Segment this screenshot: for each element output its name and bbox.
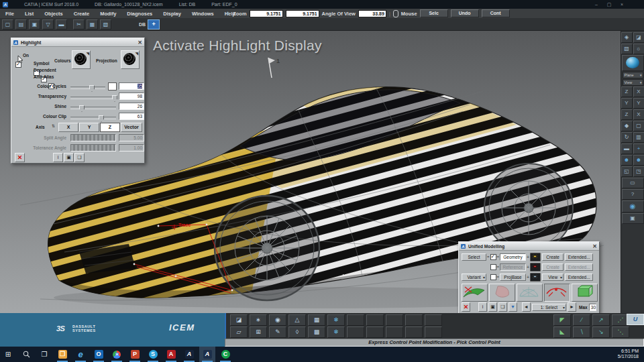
cut-icon[interactable]: ✂ xyxy=(73,19,85,29)
colour-swatch[interactable] xyxy=(108,82,117,90)
cube-view-icon[interactable]: ▧ xyxy=(621,44,633,54)
display-mode-icon[interactable]: ◈ xyxy=(621,32,633,43)
view-axis-button[interactable]: Z xyxy=(621,109,633,120)
close-panel-button[interactable]: ✕ xyxy=(462,302,470,312)
taskbar-internet-explorer[interactable]: e xyxy=(72,347,89,362)
help-pick-button[interactable]: ? xyxy=(622,189,644,200)
filter-icon[interactable]: ▼ xyxy=(508,302,517,312)
projbase-button[interactable]: ProjBase xyxy=(500,274,526,281)
max-value-field[interactable]: 30 xyxy=(589,304,596,311)
variant-dropdown[interactable]: Variant▾ xyxy=(462,274,486,281)
copy-settings-button[interactable]: ❏ xyxy=(74,153,85,162)
unified-panel-titlebar[interactable]: A Unified Modelling ✕ xyxy=(459,242,599,251)
axis-z-button[interactable]: Z xyxy=(100,123,120,132)
zoom-region-icon[interactable]: ◱ xyxy=(621,166,633,177)
maximize-button[interactable]: ▢ xyxy=(603,0,615,9)
colour-cycles-value[interactable]: 35 xyxy=(119,82,144,90)
view-axis-button[interactable]: X xyxy=(633,86,644,97)
menu-create[interactable]: Create xyxy=(68,11,95,17)
surface-modelling-tool-icon[interactable] xyxy=(462,284,488,302)
menu-modify[interactable]: Modify xyxy=(95,11,121,17)
menu-file[interactable]: File xyxy=(0,11,19,17)
reference-visibility-eye-icon[interactable] xyxy=(530,263,541,272)
taskbar-powerpoint[interactable]: P xyxy=(127,347,143,362)
task-view-icon[interactable]: ❐ xyxy=(36,347,52,362)
print-icon[interactable]: ▬ xyxy=(56,19,67,29)
close-icon[interactable]: ✕ xyxy=(138,40,142,46)
prev-arrow-button[interactable]: ◄ xyxy=(522,302,531,312)
menu-windows[interactable]: Windows xyxy=(186,11,219,17)
paste-icon[interactable]: ▧ xyxy=(100,19,111,29)
next-arrow-button[interactable]: ► xyxy=(568,302,576,312)
mesh-tool-icon[interactable] xyxy=(517,284,543,302)
mirror-icon[interactable]: ⊞ xyxy=(250,326,267,338)
add-icon[interactable]: + xyxy=(527,255,529,259)
eye-icon[interactable]: ◉ xyxy=(269,314,286,326)
select-button[interactable]: Select xyxy=(462,253,486,261)
taskbar-chrome[interactable] xyxy=(109,347,125,362)
transparency-slider[interactable] xyxy=(70,97,116,99)
unified-modelling-panel[interactable]: A Unified Modelling ✕ Select = = Geometr… xyxy=(458,241,600,314)
undo-button[interactable]: Undo xyxy=(451,9,479,17)
geometry-field[interactable]: Geometry xyxy=(500,253,526,261)
sketch-icon[interactable]: ✎ xyxy=(269,326,286,338)
menu-objects[interactable]: Objects xyxy=(39,11,68,17)
shading-icon[interactable]: ◪ xyxy=(633,32,644,43)
extend-icon[interactable]: ↘ xyxy=(592,326,610,338)
fit-view-button[interactable]: ▭ xyxy=(622,178,644,188)
zoom-out-icon[interactable]: ▬ xyxy=(621,143,633,154)
search-icon[interactable] xyxy=(18,347,34,362)
rotate-icon[interactable]: ↻ xyxy=(621,132,633,143)
menu-diagnoses[interactable]: Diagnoses xyxy=(121,11,158,17)
close-icon[interactable]: ✕ xyxy=(592,243,597,249)
menu-list[interactable]: List xyxy=(19,11,39,17)
book-icon[interactable]: ▥ xyxy=(633,132,644,143)
selc-button[interactable]: Selc xyxy=(420,9,448,17)
image-icon[interactable]: ▦ xyxy=(308,314,325,326)
angle-of-view-value[interactable]: 33.89 xyxy=(358,10,386,17)
screenshot-icon[interactable]: ▣ xyxy=(622,213,644,224)
axis-spinner-icon[interactable]: ⇅ xyxy=(52,123,55,128)
taskbar-skype[interactable]: S xyxy=(145,347,161,362)
taskbar-outlook[interactable]: O xyxy=(91,347,107,362)
box-tool-icon[interactable] xyxy=(572,284,598,302)
view-axis-button[interactable]: Y xyxy=(633,98,644,109)
snapshot-button[interactable]: ▣ xyxy=(488,302,497,312)
snapshot-button[interactable]: ▣ xyxy=(64,153,74,162)
face-icon[interactable]: ☻ xyxy=(633,155,644,166)
geometry-visibility-eye-icon[interactable] xyxy=(530,253,541,261)
blend-icon[interactable]: ∖ xyxy=(573,326,590,338)
view-axis-button[interactable]: X xyxy=(633,109,644,120)
face-icon[interactable]: ☻ xyxy=(621,155,633,166)
taskbar-file-explorer[interactable]: ❒ xyxy=(54,347,70,362)
extended-button[interactable]: Extended... xyxy=(565,253,593,261)
taskbar-icem-surf[interactable]: A xyxy=(181,347,197,362)
pan-icon[interactable]: ❖ xyxy=(225,11,230,17)
add-icon[interactable]: + xyxy=(527,275,529,280)
reference-checkbox[interactable] xyxy=(490,264,496,270)
blend-icon[interactable]: ∕ xyxy=(573,314,590,326)
copy-icon[interactable]: ▦ xyxy=(87,19,98,29)
material-sphere-button[interactable] xyxy=(622,55,644,71)
gem-icon[interactable]: ◆ xyxy=(621,121,633,131)
new-file-icon[interactable]: ▢ xyxy=(2,19,13,29)
curve-edit-tool-icon[interactable] xyxy=(544,284,570,302)
db-add-button[interactable]: + xyxy=(148,19,160,29)
unified-modelling-active-button[interactable]: U xyxy=(627,314,644,325)
info-button[interactable]: i xyxy=(53,153,63,162)
start-button[interactable]: ⊞ xyxy=(0,347,16,362)
view-dropdown[interactable]: View▾ xyxy=(542,274,564,281)
open-folder-icon[interactable]: ▤ xyxy=(15,19,27,29)
axis-x-button[interactable]: X xyxy=(58,123,78,132)
match-surface-icon[interactable]: ◤ xyxy=(553,314,571,326)
taskbar-acrobat[interactable]: A xyxy=(163,347,179,362)
highlight-dialog[interactable]: A Highlight ✕ On Symbol Dependent Anti-A… xyxy=(11,38,145,164)
axis-y-button[interactable]: Y xyxy=(79,123,99,132)
geometry-checkbox[interactable] xyxy=(490,254,496,260)
match-surface-icon[interactable]: ◣ xyxy=(553,326,571,338)
close-dialog-button[interactable]: ✕ xyxy=(15,153,25,162)
light-icon[interactable]: ☼ xyxy=(633,44,644,54)
system-clock[interactable]: 6:51 PM 5/17/2018 xyxy=(618,349,639,359)
tree-icon[interactable]: ∗ xyxy=(250,314,267,326)
vector-button[interactable]: Vector xyxy=(121,123,142,132)
